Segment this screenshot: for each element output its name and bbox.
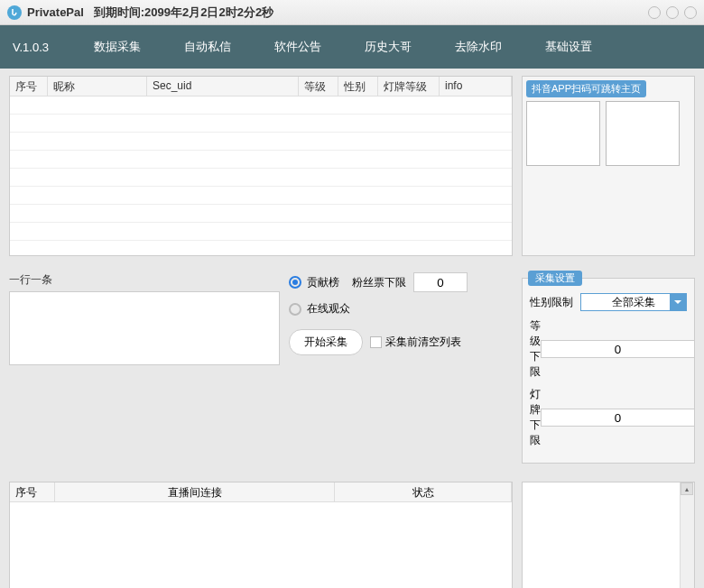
status-table[interactable]: 序号 直播间连接 状态	[9, 482, 513, 588]
fans-limit-input[interactable]	[413, 272, 468, 292]
table-body	[10, 96, 512, 255]
close-button[interactable]	[684, 6, 697, 19]
level-limit-label: 等级下限	[530, 318, 541, 380]
nav-announcement[interactable]: 软件公告	[274, 39, 321, 55]
input-block: 一行一条	[9, 272, 280, 368]
table-row[interactable]	[10, 187, 512, 205]
status-table-header: 序号 直播间连接 状态	[10, 482, 512, 502]
level-limit-input[interactable]	[541, 340, 695, 358]
options-panel: 贡献榜 粉丝票下限 在线观众 开始采集 采集前清空列表	[289, 272, 513, 368]
window-title: PrivatePal 到期时间:2099年2月2日2时2分2秒	[27, 5, 273, 21]
clear-before-checkbox[interactable]	[370, 336, 382, 348]
status-col-link[interactable]: 直播间连接	[55, 482, 335, 501]
app-name: PrivatePal	[27, 5, 84, 19]
nav-auto-dm[interactable]: 自动私信	[184, 39, 231, 55]
qr-panel: 抖音APP扫码可跳转主页	[522, 76, 695, 256]
gender-limit-label: 性别限制	[530, 295, 580, 310]
clear-before-label: 采集前清空列表	[385, 335, 461, 350]
radio-contribution-label: 贡献榜	[307, 275, 339, 290]
table-row[interactable]	[10, 115, 512, 133]
lines-textarea[interactable]	[9, 291, 280, 365]
vertical-scrollbar[interactable]: ▴ ▾	[680, 482, 694, 588]
radio-online-audience[interactable]	[289, 303, 301, 316]
collect-settings-panel: 采集设置 性别限制 全部采集 等级下限 灯牌下限	[522, 278, 695, 464]
gender-select[interactable]: 全部采集	[580, 293, 687, 311]
chevron-down-icon	[670, 294, 686, 310]
maximize-button[interactable]	[666, 6, 679, 19]
start-collect-button[interactable]: 开始采集	[289, 329, 363, 355]
settings-title: 采集设置	[528, 271, 582, 286]
nav-history[interactable]: 历史大哥	[365, 39, 412, 55]
app-icon	[7, 5, 22, 20]
status-col-state[interactable]: 状态	[335, 482, 512, 501]
table-row[interactable]	[10, 151, 512, 169]
qr-box-2[interactable]	[606, 101, 680, 166]
navbar: V.1.0.3 数据采集 自动私信 软件公告 历史大哥 去除水印 基础设置	[0, 25, 704, 69]
version-label: V.1.0.3	[13, 41, 49, 54]
table-row[interactable]	[10, 96, 512, 115]
table-header: 序号 昵称 Sec_uid 等级 性别 灯牌等级 info	[10, 77, 512, 96]
titlebar: PrivatePal 到期时间:2099年2月2日2时2分2秒	[0, 0, 704, 25]
col-gender[interactable]: 性别	[338, 77, 378, 96]
window-controls	[648, 6, 697, 19]
table-row[interactable]	[10, 169, 512, 187]
col-secuid[interactable]: Sec_uid	[147, 77, 299, 96]
expiry-text: 到期时间:2099年2月2日2时2分2秒	[94, 5, 273, 19]
light-limit-input[interactable]	[541, 409, 695, 427]
table-row[interactable]	[10, 133, 512, 151]
fans-limit-label: 粉丝票下限	[352, 275, 406, 290]
table-row[interactable]	[10, 205, 512, 223]
nav-data-collect[interactable]: 数据采集	[94, 39, 141, 55]
log-panel[interactable]: ▴ ▾ ◂ ▸	[522, 482, 695, 588]
col-info[interactable]: info	[440, 77, 512, 96]
nav-settings[interactable]: 基础设置	[545, 39, 592, 55]
light-limit-label: 灯牌下限	[530, 387, 541, 448]
col-level[interactable]: 等级	[299, 77, 338, 96]
col-index[interactable]: 序号	[10, 77, 48, 96]
nav-remove-watermark[interactable]: 去除水印	[455, 39, 502, 55]
input-label: 一行一条	[9, 272, 280, 288]
table-row[interactable]	[10, 223, 512, 241]
status-col-index[interactable]: 序号	[10, 482, 55, 501]
minimize-button[interactable]	[648, 6, 661, 19]
scroll-up-icon[interactable]: ▴	[681, 482, 693, 495]
gender-select-value: 全部采集	[612, 295, 655, 310]
main-data-table[interactable]: 序号 昵称 Sec_uid 等级 性别 灯牌等级 info	[9, 76, 513, 256]
radio-online-label: 在线观众	[307, 301, 350, 317]
col-light-level[interactable]: 灯牌等级	[378, 77, 440, 96]
radio-contribution[interactable]	[289, 276, 301, 289]
col-nickname[interactable]: 昵称	[48, 77, 147, 96]
qr-title: 抖音APP扫码可跳转主页	[526, 80, 646, 97]
qr-box-1[interactable]	[526, 101, 600, 166]
